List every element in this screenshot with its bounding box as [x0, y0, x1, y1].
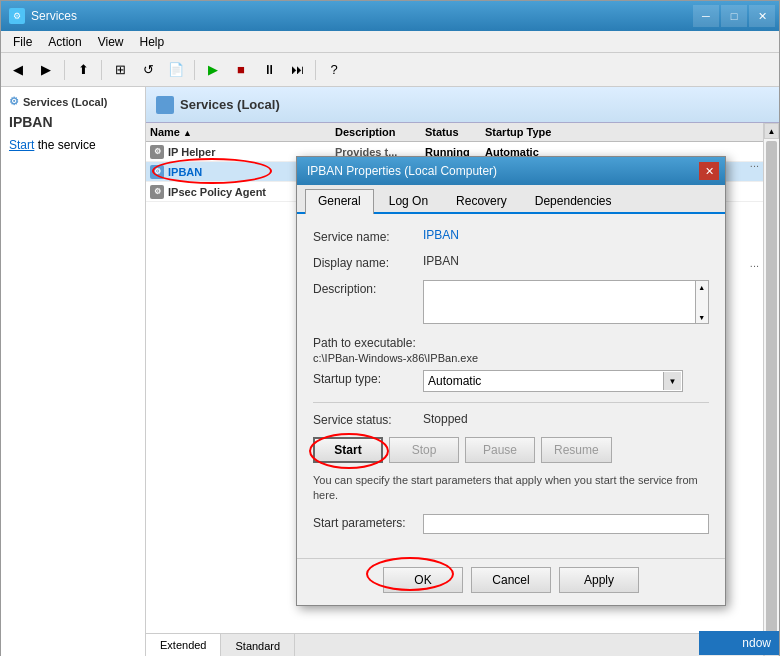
maximize-button[interactable]: □	[721, 5, 747, 27]
help-text: You can specify the start parameters tha…	[313, 473, 709, 504]
ok-button[interactable]: OK	[383, 567, 463, 593]
menu-action[interactable]: Action	[40, 31, 89, 52]
service-row-icon: ⚙	[150, 185, 164, 199]
title-bar: ⚙ Services ─ □ ✕	[1, 1, 779, 31]
close-button[interactable]: ✕	[749, 5, 775, 27]
forward-button[interactable]: ▶	[33, 57, 59, 83]
display-name-label: Display name:	[313, 254, 423, 270]
service-name-value: IPBAN	[423, 228, 709, 242]
service-row-name: IPsec Policy Agent	[168, 186, 266, 198]
description-textarea[interactable]	[423, 280, 696, 324]
description-label: Description:	[313, 280, 423, 296]
start-service-toolbar[interactable]: ▶	[200, 57, 226, 83]
menu-bar: File Action View Help	[1, 31, 779, 53]
col-header-name[interactable]: Name ▲	[146, 126, 331, 138]
start-button[interactable]: Start	[313, 437, 383, 463]
start-params-input[interactable]	[423, 514, 709, 534]
start-params-label: Start parameters:	[313, 514, 423, 530]
service-name-label: Service name:	[313, 228, 423, 244]
menu-view[interactable]: View	[90, 31, 132, 52]
service-row-icon: ⚙	[150, 165, 164, 179]
scroll-up-btn[interactable]: ▲	[764, 123, 779, 139]
field-display-name: Display name: IPBAN	[313, 254, 709, 270]
dialog-footer: OK Cancel Apply	[297, 558, 725, 605]
menu-file[interactable]: File	[5, 31, 40, 52]
toolbar-sep-1	[64, 60, 65, 80]
refresh-button[interactable]: ↺	[135, 57, 161, 83]
start-service-link[interactable]: Start	[9, 138, 34, 152]
scrollbar-track[interactable]: ▲ ▼	[763, 123, 779, 656]
field-startup-type: Startup type: Automatic Automatic (Delay…	[313, 370, 709, 392]
dialog-titlebar: IPBAN Properties (Local Computer) ✕	[297, 157, 725, 185]
desc-scroll-up[interactable]: ▲	[696, 281, 708, 293]
description-container: ▲ ▼	[423, 280, 709, 324]
sidebar-node-label: Services (Local)	[23, 96, 107, 108]
show-hide-button[interactable]: ⊞	[107, 57, 133, 83]
divider-1	[313, 402, 709, 403]
toolbar-sep-2	[101, 60, 102, 80]
field-start-params: Start parameters:	[313, 514, 709, 534]
title-bar-left: ⚙ Services	[9, 8, 77, 24]
startup-type-select[interactable]: Automatic Automatic (Delayed Start) Manu…	[423, 370, 683, 392]
dialog-tabs: General Log On Recovery Dependencies	[297, 185, 725, 214]
tab-standard[interactable]: Standard	[221, 634, 295, 656]
ipban-properties-dialog: IPBAN Properties (Local Computer) ✕ Gene…	[296, 156, 726, 606]
dialog-body: Service name: IPBAN Display name: IPBAN …	[297, 214, 725, 558]
toolbar-sep-3	[194, 60, 195, 80]
service-row-name: IPBAN	[168, 166, 202, 178]
field-description: Description: ▲ ▼	[313, 280, 709, 324]
col-header-description[interactable]: Description	[331, 126, 421, 138]
sidebar-node-icon: ⚙	[9, 95, 19, 108]
service-status-label: Service status:	[313, 411, 423, 427]
scroll-thumb[interactable]	[766, 141, 777, 639]
startup-type-select-wrapper: Automatic Automatic (Delayed Start) Manu…	[423, 370, 683, 392]
apply-button[interactable]: Apply	[559, 567, 639, 593]
sidebar: ⚙ Services (Local) IPBAN Start the servi…	[1, 87, 146, 656]
toolbar-sep-4	[315, 60, 316, 80]
sidebar-node[interactable]: ⚙ Services (Local)	[9, 95, 137, 108]
sidebar-link-suffix: the service	[38, 138, 96, 152]
tab-extended[interactable]: Extended	[146, 634, 221, 656]
dialog-tab-dependencies[interactable]: Dependencies	[522, 189, 625, 212]
dialog-tab-general[interactable]: General	[305, 189, 374, 214]
resume-button[interactable]: Resume	[541, 437, 612, 463]
pause-service-toolbar[interactable]: ⏸	[256, 57, 282, 83]
sidebar-action: Start the service	[9, 138, 137, 152]
help-toolbar[interactable]: ?	[321, 57, 347, 83]
window-title: Services	[31, 9, 77, 23]
taskbar-hint: ndow	[699, 631, 779, 655]
pause-button[interactable]: Pause	[465, 437, 535, 463]
col-header-status[interactable]: Status	[421, 126, 481, 138]
back-button[interactable]: ◀	[5, 57, 31, 83]
dialog-close-button[interactable]: ✕	[699, 162, 719, 180]
service-row-icon: ⚙	[150, 145, 164, 159]
services-header: Services (Local)	[146, 87, 779, 123]
path-label: Path to executable:	[313, 334, 416, 350]
stop-button[interactable]: Stop	[389, 437, 459, 463]
col-header-startup[interactable]: Startup Type	[481, 126, 571, 138]
sort-arrow: ▲	[183, 128, 192, 138]
menu-help[interactable]: Help	[132, 31, 173, 52]
desc-scroll-down[interactable]: ▼	[696, 311, 708, 323]
tab-bar: Extended Standard	[146, 633, 763, 656]
desc-scroll-track	[696, 293, 708, 311]
dialog-tab-logon[interactable]: Log On	[376, 189, 441, 212]
stop-service-toolbar[interactable]: ■	[228, 57, 254, 83]
display-name-value: IPBAN	[423, 254, 709, 268]
dialog-tab-recovery[interactable]: Recovery	[443, 189, 520, 212]
toolbar: ◀ ▶ ⬆ ⊞ ↺ 📄 ▶ ■ ⏸ ⏭ ?	[1, 53, 779, 87]
sidebar-service-name: IPBAN	[9, 114, 137, 130]
service-action-buttons: Start Stop Pause Resume	[313, 437, 709, 463]
overflow-indicator: ...	[750, 157, 759, 169]
up-button[interactable]: ⬆	[70, 57, 96, 83]
export-button[interactable]: 📄	[163, 57, 189, 83]
main-window: ⚙ Services ─ □ ✕ File Action View Help ◀…	[0, 0, 780, 656]
app-icon: ⚙	[9, 8, 25, 24]
field-service-name: Service name: IPBAN	[313, 228, 709, 244]
minimize-button[interactable]: ─	[693, 5, 719, 27]
dialog-title: IPBAN Properties (Local Computer)	[307, 164, 497, 178]
restart-service-toolbar[interactable]: ⏭	[284, 57, 310, 83]
service-row-name: IP Helper	[168, 146, 216, 158]
services-header-icon	[156, 96, 174, 114]
cancel-button[interactable]: Cancel	[471, 567, 551, 593]
